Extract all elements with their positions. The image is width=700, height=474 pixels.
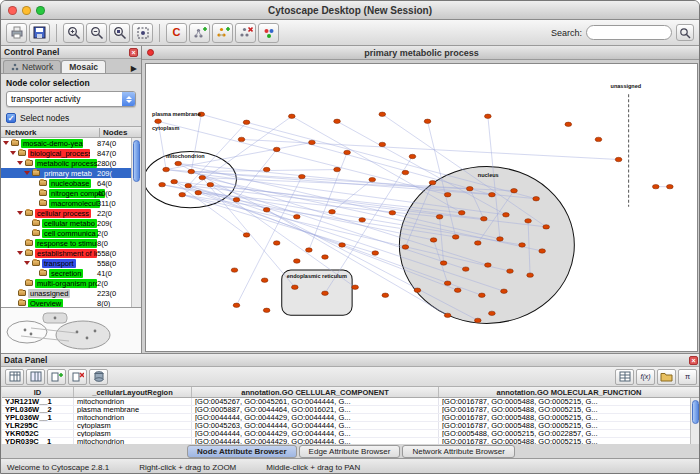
tree-item-label: mosaic-demo-yeast	[21, 139, 83, 148]
expand-arrow-icon[interactable]	[3, 141, 9, 145]
tree-row[interactable]: cellular process22(0	[1, 208, 141, 218]
tree-row[interactable]: cell communica2(0	[1, 228, 141, 238]
data-panel-close-icon[interactable]: ×	[689, 356, 698, 365]
color-attribute-dropdown[interactable]: transporter activity	[6, 91, 136, 107]
status-zoom-hint: Right-click + drag to ZOOM	[139, 463, 236, 472]
tab-edge-attribute-browser[interactable]: Edge Attribute Browser	[299, 445, 401, 458]
svg-text:plasma membrane: plasma membrane	[152, 111, 200, 117]
expand-arrow-icon[interactable]	[24, 171, 30, 175]
tree-row[interactable]: biological_process847(0	[1, 148, 141, 158]
tree-row[interactable]: cellular metabo209(	[1, 218, 141, 228]
zoom-selected-button[interactable]	[109, 23, 130, 43]
select-attributes-button[interactable]	[5, 369, 24, 385]
open-attribute-file-button[interactable]	[657, 369, 676, 385]
table-row[interactable]: YPL036W__2plasma membrane[GO:0005887, GO…	[2, 406, 700, 414]
search-input[interactable]	[586, 25, 672, 40]
network-from-selected-button[interactable]	[212, 23, 233, 43]
print-icon	[10, 26, 24, 39]
column-header-region[interactable]: _cellularLayoutRegion	[74, 387, 192, 397]
folder-icon	[25, 160, 33, 166]
network-canvas[interactable]: plasma membranecytoplasmmitochondrionnuc…	[145, 63, 698, 352]
tab-network-attribute-browser[interactable]: Network Attribute Browser	[402, 445, 514, 458]
network-frame-close-icon[interactable]	[147, 49, 154, 56]
attribute-browser-tabs: Node Attribute Browser Edge Attribute Br…	[1, 444, 700, 458]
tab-node-attribute-browser[interactable]: Node Attribute Browser	[187, 445, 297, 458]
function-pi-button[interactable]: π	[678, 369, 697, 385]
table-cell: YPL036W__1	[2, 414, 74, 421]
table-scrollbar[interactable]	[690, 398, 700, 444]
table-cell: YLR295C	[2, 422, 74, 429]
print-button[interactable]	[6, 23, 27, 43]
table-cell: YPL036W__2	[2, 406, 74, 413]
folder-icon	[39, 270, 47, 276]
search-label: Search:	[551, 28, 582, 38]
expand-arrow-icon[interactable]	[24, 261, 30, 265]
attribute-matrix-button[interactable]	[615, 369, 634, 385]
table-row[interactable]: YJR121W__1mitochondrion[GO:0045267, GO:0…	[2, 398, 700, 406]
tree-scrollbar-thumb[interactable]	[133, 140, 140, 182]
expand-arrow-icon[interactable]	[17, 251, 23, 255]
expand-arrow-icon[interactable]	[10, 151, 16, 155]
column-header-cellular-component[interactable]: annotation.GO CELLULAR_COMPONENT	[192, 387, 439, 397]
search-go-button[interactable]	[676, 24, 694, 41]
tree-row[interactable]: macromolecul311(0	[1, 198, 141, 208]
tree-row[interactable]: establishment of lo558(0	[1, 248, 141, 258]
cytoscape-panel-button[interactable]: C	[166, 23, 187, 43]
tree-item-count: 209(	[97, 219, 112, 228]
network-column-label: Network	[1, 128, 99, 137]
tree-row[interactable]: metabolic process280(0	[1, 158, 141, 168]
tree-row[interactable]: response to stimul8(0	[1, 238, 141, 248]
column-header-molecular-function[interactable]: annotation.GO MOLECULAR_FUNCTION	[439, 387, 700, 397]
select-nodes-checkbox[interactable]: ✓	[6, 113, 16, 123]
column-header-id[interactable]: ID	[2, 387, 74, 397]
table-cell: [GO:0005887, GO:0044464, GO:0016021, G..…	[192, 406, 439, 413]
control-panel-close-icon[interactable]: ×	[129, 48, 138, 57]
tree-row[interactable]: unassigned223(0	[1, 288, 141, 298]
vizmapper-button[interactable]	[258, 23, 279, 43]
tab-overflow-arrow-icon[interactable]: ▶	[131, 64, 141, 73]
tree-row[interactable]: Overview8(0)	[1, 298, 141, 307]
create-attribute-button[interactable]	[47, 369, 66, 385]
tab-mosaic[interactable]: Mosaic	[61, 60, 106, 73]
tree-row[interactable]: transport558(0	[1, 258, 141, 268]
tree-item-count: 2(0	[97, 229, 108, 238]
tree-row[interactable]: nitrogen compo40(0	[1, 188, 141, 198]
expand-arrow-icon[interactable]	[17, 161, 23, 165]
formula-builder-button[interactable]: f(x)	[636, 369, 655, 385]
expand-arrow-icon[interactable]	[17, 211, 23, 215]
new-network-icon	[192, 26, 207, 40]
table-row[interactable]: YKR052Ccytoplasm[GO:0044444, GO:0044429,…	[2, 430, 700, 438]
import-attributes-button[interactable]	[89, 369, 108, 385]
table-cell: [GO:0016787, GO:0005488, GO:0005215, G..…	[439, 398, 700, 405]
tree-item-count: 22(0	[97, 209, 112, 218]
network-frame-titlebar[interactable]: primary metabolic process	[142, 46, 700, 60]
tree-row[interactable]: secretion41(0	[1, 268, 141, 278]
cytoscape-c-icon: C	[173, 27, 181, 38]
zoom-in-button[interactable]	[63, 23, 84, 43]
table-row[interactable]: YPL036W__1mitochondrion[GO:0044444, GO:0…	[2, 414, 700, 422]
unselect-attributes-button[interactable]	[26, 369, 45, 385]
tree-row[interactable]: mosaic-demo-yeast874(0	[1, 138, 141, 148]
table-row[interactable]: YLR295Ccytoplasm[GO:0045263, GO:0044444,…	[2, 422, 700, 430]
tree-row[interactable]: nucleobase64(0	[1, 178, 141, 188]
destroy-network-button[interactable]	[235, 23, 256, 43]
tree-row[interactable]: primary metab209(	[1, 168, 141, 178]
toolbar-separator	[56, 24, 57, 42]
zoom-selected-icon	[113, 26, 127, 40]
zoom-out-button[interactable]	[86, 23, 107, 43]
data-panel: Data Panel × f	[1, 353, 700, 444]
save-session-button[interactable]	[29, 23, 50, 43]
table-scrollbar-thumb[interactable]	[692, 400, 699, 424]
folder-icon	[25, 280, 33, 286]
search-area: Search:	[551, 24, 694, 41]
tree-item-label: multi-organism pro	[35, 279, 97, 288]
zoom-fit-button[interactable]	[132, 23, 153, 43]
tree-scrollbar[interactable]	[131, 138, 141, 307]
network-canvas-svg[interactable]: plasma membranecytoplasmmitochondrionnuc…	[146, 64, 697, 351]
new-network-button[interactable]	[189, 23, 210, 43]
delete-attribute-button[interactable]	[68, 369, 87, 385]
folder-icon	[32, 260, 40, 266]
birdseye-overview[interactable]	[1, 307, 141, 353]
tree-row[interactable]: multi-organism pro2(0	[1, 278, 141, 288]
tab-network[interactable]: Network	[3, 60, 61, 73]
